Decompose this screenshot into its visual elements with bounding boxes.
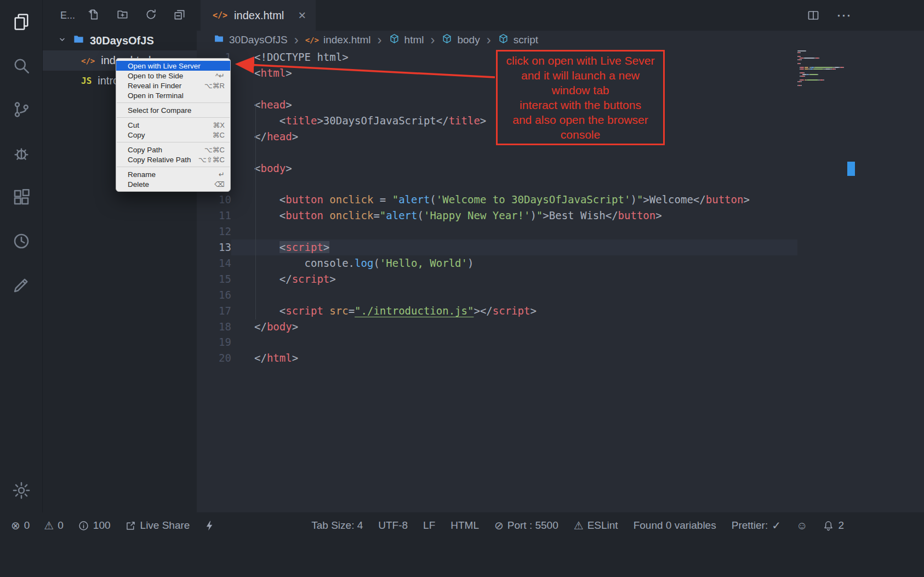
breadcrumb-html[interactable]: html [389,33,424,47]
share-icon [125,520,136,532]
settings-gear-icon[interactable] [0,469,42,512]
menu-separator [117,167,230,167]
status-label: ESLint [588,519,618,532]
new-folder-icon[interactable] [116,8,129,23]
breadcrumb-script[interactable]: script [498,33,538,47]
clock-icon[interactable] [0,219,42,263]
code-line-11[interactable]: 11 <button onclick="alert('Happy New Yea… [197,208,924,224]
line-content: <button onclick="alert('Happy New Year!'… [254,209,662,221]
extensions-icon[interactable] [0,175,42,219]
menu-item-cut[interactable]: Cut⌘X [116,120,230,130]
status-label: LF [423,519,435,532]
source-control-icon[interactable] [0,88,42,132]
code-line-10[interactable]: 10 <button onclick = "alert('Welcome to … [197,192,924,208]
folder-icon [72,33,85,48]
status-live-share[interactable]: Live Share [125,519,190,532]
code-line-13[interactable]: 13 <script> [197,239,924,255]
minimap[interactable] [797,50,847,87]
pen-icon[interactable] [0,263,42,307]
menu-item-label: Rename [128,170,156,179]
status-language-mode[interactable]: HTML [450,519,479,532]
status-label: UTF-8 [378,519,408,532]
line-content: <script src="./introduction.js"></script… [254,305,537,317]
code-line-17[interactable]: 17 <script src="./introduction.js"></scr… [197,302,924,318]
breadcrumb-index-html[interactable]: </>index.html [305,34,371,46]
menu-item-delete[interactable]: Delete⌫ [116,179,230,189]
collapse-all-icon[interactable] [173,8,186,23]
breadcrumb-body[interactable]: body [441,33,480,47]
explorer-icon[interactable] [0,0,42,44]
code-line-15[interactable]: 15 </script> [197,271,924,287]
line-number: 13 [197,241,231,253]
minimap-line [797,77,847,78]
folder-icon [213,33,225,47]
status-prettier[interactable]: Prettier:✓ [732,519,781,532]
code-line-9[interactable]: 9 [197,176,924,192]
annotation-line: interact with the buttons [498,98,663,112]
minimap-line [797,65,847,66]
status-notifications[interactable]: 2 [823,519,844,532]
menu-item-open-with-live-server[interactable]: Open with Live Server [116,61,230,71]
status-label: Live Share [140,519,190,532]
status-errors[interactable]: ⊗0 [11,519,30,532]
split-editor-icon[interactable] [807,9,820,22]
code-line-12[interactable]: 12 [197,224,924,239]
debug-icon[interactable] [0,132,42,175]
menu-item-copy-path[interactable]: Copy Path⌥⌘C [116,145,230,155]
breadcrumb-30daysofjs[interactable]: 30DaysOfJS [213,33,288,47]
code-line-20[interactable]: 20</html> [197,350,924,366]
minimap-line [797,85,847,86]
line-number: 11 [197,209,231,221]
code-line-19[interactable]: 19 [197,334,924,350]
minimap-line [797,59,847,60]
menu-item-copy-relative-path[interactable]: Copy Relative Path⌥⇧⌘C [116,155,230,164]
status-info[interactable]: 100 [78,519,111,532]
menu-item-open-in-terminal[interactable]: Open in Terminal [116,90,230,100]
minimap-line [797,61,847,62]
menu-shortcut: ⌘C [213,131,225,139]
status-port[interactable]: ⊘Port : 5500 [494,519,558,532]
close-icon[interactable]: × [298,8,306,23]
code-line-18[interactable]: 18</body> [197,318,924,334]
menu-item-copy[interactable]: Copy⌘C [116,130,230,140]
indent-guide [255,104,256,319]
status-variables[interactable]: Found 0 variables [634,519,716,532]
status-eslint[interactable]: ⚠ESLint [574,519,618,532]
annotation-line: click on open with Live Sever [498,53,663,68]
line-content-wrap: </body> [231,318,797,334]
tab-index-html[interactable]: </> index.html × [201,0,316,31]
scrollbar[interactable] [847,49,855,512]
new-file-icon[interactable] [88,8,100,23]
menu-item-reveal-in-finder[interactable]: Reveal in Finder⌥⌘R [116,81,230,90]
menu-item-open-to-the-side[interactable]: Open to the Side^↵ [116,71,230,81]
menu-item-rename[interactable]: Rename↵ [116,169,230,179]
annotation-line: and it will launch a new [498,68,663,83]
menu-item-select-for-compare[interactable]: Select for Compare [116,105,230,115]
line-number: 17 [197,305,231,317]
status-label: Tab Size: 4 [311,519,363,532]
code-line-14[interactable]: 14 console.log('Hello, World') [197,255,924,271]
check-icon: ✓ [772,520,781,531]
code-line-8[interactable]: 8<body> [197,160,924,176]
html-file-icon: </> [81,56,95,65]
status-feedback[interactable]: ☺ [796,520,807,531]
status-bar-right: Tab Size: 4UTF-8LFHTML⊘Port : 5500⚠ESLin… [311,517,844,534]
chevron-right-icon: › [487,33,491,47]
status-eol[interactable]: LF [423,519,435,532]
more-actions-icon[interactable]: ⋯ [836,7,851,24]
status-warnings[interactable]: ⚠0 [44,519,64,532]
status-tab-size[interactable]: Tab Size: 4 [311,519,363,532]
code-line-7[interactable]: 7 [197,144,924,160]
folder-row-30daysofjs[interactable]: 30DaysOfJS [43,31,197,50]
menu-item-label: Reveal in Finder [128,82,181,90]
menu-shortcut: ⌫ [215,180,225,188]
search-icon[interactable] [0,44,42,88]
status-bolt[interactable] [204,520,215,532]
refresh-icon[interactable] [145,8,157,23]
code-line-16[interactable]: 16 [197,287,924,302]
breadcrumb-label: body [457,34,480,46]
minimap-line [797,83,847,84]
tab-bar: </> index.html × ⋯ [197,0,924,31]
line-number: 18 [197,321,231,333]
status-encoding[interactable]: UTF-8 [378,519,408,532]
